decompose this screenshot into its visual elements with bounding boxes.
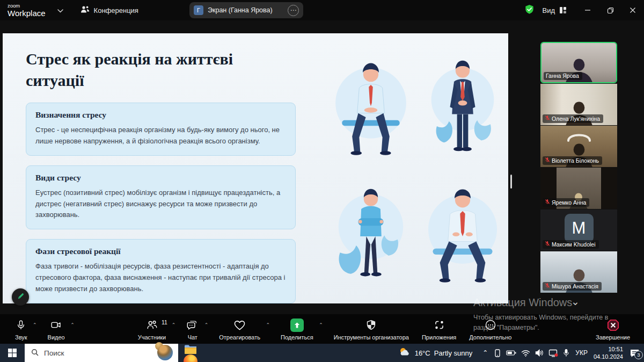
mic-icon <box>16 318 26 331</box>
participant-name-badge: Мішура Анастасія <box>543 282 602 291</box>
search-icon <box>31 349 39 358</box>
workspace-chevron-down-icon[interactable] <box>57 5 63 15</box>
weather-widget[interactable]: 16°C Partly sunny <box>398 346 473 359</box>
weather-icon <box>398 346 411 359</box>
illustration-man-arms-crossed <box>325 169 416 296</box>
participant-tile[interactable]: M Максим Khudolei <box>540 209 617 251</box>
illustration-man-standing-suit <box>416 42 508 169</box>
volume-icon[interactable] <box>535 349 544 357</box>
language-indicator[interactable]: УКР <box>574 349 589 357</box>
search-input[interactable]: Поиск <box>25 344 178 362</box>
participant-name: Мішура Анастасія <box>552 283 598 289</box>
battery-icon[interactable] <box>506 350 516 356</box>
tab-meeting[interactable]: Конференция <box>80 5 138 15</box>
tab-shared-screen[interactable]: Г Экран (Ганна Ярова) ⋯ <box>189 2 303 18</box>
slide-cards: Визначення стресу Стрес - це неспецифічн… <box>26 103 296 303</box>
screen-share-avatar: Г <box>194 5 203 15</box>
host-tools-button[interactable]: Инструменты организатора <box>327 317 415 341</box>
end-meeting-label: Завершение <box>596 334 630 341</box>
participant-tile[interactable]: Віолетта Білоконь <box>540 126 617 167</box>
react-options-chevron-icon[interactable]: ⌃ <box>266 322 270 328</box>
card-heading: Види стресу <box>35 173 286 183</box>
pencil-icon <box>17 292 25 302</box>
host-tools-label: Инструменты организатора <box>334 334 409 341</box>
video-options-chevron-icon[interactable]: ⌃ <box>70 322 75 328</box>
audio-label: Звук <box>15 334 27 341</box>
annotate-button[interactable] <box>12 288 29 306</box>
minimize-button[interactable] <box>576 0 599 20</box>
close-icon[interactable] <box>621 0 644 20</box>
participants-panel: Ганна Ярова Олена Лук'янихіна Віолетта Б… <box>540 42 617 293</box>
taskbar-apps: zm <box>178 344 203 362</box>
titlebar-right: Вид <box>524 0 644 20</box>
mic-muted-icon <box>545 115 550 122</box>
participant-tile[interactable]: Олена Лук'янихіна <box>540 84 617 125</box>
heart-icon <box>233 318 246 331</box>
slide-card-types: Види стресу Еустрес (позитивний стрес) м… <box>26 165 296 229</box>
security-shield-icon[interactable] <box>524 4 535 17</box>
participant-name: Максим Khudolei <box>552 241 596 248</box>
video-camera-icon <box>50 318 62 331</box>
slide-text-column: Стрес як реакція на життєві ситуації Виз… <box>26 48 303 303</box>
participant-name: Віолетта Білоконь <box>552 157 599 164</box>
react-button[interactable]: ⌃ Отреагировать <box>213 317 274 341</box>
slide-card-phases: Фази стресової реакції Фаза тривоги - мо… <box>26 239 296 303</box>
start-button[interactable] <box>0 344 25 362</box>
chat-options-chevron-icon[interactable]: ⌃ <box>204 322 209 328</box>
avatar: M <box>565 214 594 243</box>
tray-mic-icon[interactable] <box>563 349 569 357</box>
end-meeting-button[interactable]: Завершение <box>589 317 636 341</box>
share-screen-button[interactable]: ⌃ Поделиться <box>274 317 327 341</box>
card-body: Стрес - це неспецифічна реакція організм… <box>35 125 286 147</box>
participants-button[interactable]: 11 ⌃ Участники <box>131 317 180 341</box>
slide-illustrations <box>325 42 508 296</box>
mic-muted-icon <box>545 241 550 248</box>
brand-workplace: Workplace <box>8 9 46 17</box>
screen-share-indicator-icon[interactable] <box>548 349 558 357</box>
view-layout-icon[interactable] <box>559 6 567 14</box>
host-tools-shield-icon <box>365 318 377 331</box>
participants-label: Участники <box>138 334 166 341</box>
audio-options-chevron-icon[interactable]: ⌃ <box>33 322 37 328</box>
apps-label: Приложения <box>422 334 456 341</box>
tray-expand-chevron-icon[interactable]: ⌃ <box>481 349 489 357</box>
participant-name-badge: Віолетта Білоконь <box>543 156 602 165</box>
participants-collapse-chevron-icon[interactable]: ⌄ <box>571 295 580 308</box>
view-button[interactable]: Вид <box>542 6 555 15</box>
panel-resize-handle[interactable] <box>510 175 512 189</box>
participant-tile[interactable]: Яремко Анна <box>540 168 617 209</box>
more-button[interactable]: Дополнительно <box>463 317 518 341</box>
participant-tile[interactable]: Мішура Анастасія <box>540 251 617 293</box>
brand-zoom: zoom <box>8 3 46 9</box>
participant-name: Олена Лук'янихіна <box>552 115 600 122</box>
zoom-meeting-window: zoom Workplace Конференция Г Экран (Ганн… <box>0 0 644 362</box>
clock-date: 04.10.2024 <box>594 353 623 360</box>
participant-tile[interactable]: Ганна Ярова <box>540 42 617 83</box>
video-button[interactable]: ⌃ Видео <box>41 317 79 341</box>
participants-icon <box>146 318 158 331</box>
file-explorer-app[interactable] <box>178 344 203 354</box>
illustration-man-sitting-bench <box>325 42 416 169</box>
participant-name: Ганна Ярова <box>546 73 579 79</box>
react-label: Отреагировать <box>219 334 260 341</box>
windows-taskbar: Поиск zm 16°C Partly sunny <box>0 344 644 362</box>
share-options-chevron-icon[interactable]: ⌃ <box>319 322 323 328</box>
maximize-button[interactable] <box>599 0 621 20</box>
weather-temperature: 16°C <box>415 349 430 357</box>
clock-widget[interactable]: 10:51 04.10.2024 <box>594 345 623 361</box>
audio-button[interactable]: ⌃ Звук <box>9 317 41 341</box>
mic-muted-icon <box>545 157 550 164</box>
chat-button[interactable]: ⌃ Чат <box>180 317 213 341</box>
illustration-man-sitting-shirt <box>416 169 508 296</box>
screen-tab-more-icon[interactable]: ⋯ <box>288 5 299 16</box>
chat-icon <box>186 318 199 331</box>
clock-time: 10:51 <box>594 345 623 353</box>
phone-link-icon[interactable] <box>494 349 501 358</box>
participants-options-chevron-icon[interactable]: ⌃ <box>172 322 176 328</box>
notification-center-button[interactable]: 3 <box>630 349 640 358</box>
search-placeholder: Поиск <box>44 349 64 357</box>
apps-button[interactable]: Приложения <box>415 317 463 341</box>
card-heading: Визначення стресу <box>35 110 286 120</box>
wifi-icon[interactable] <box>521 350 530 357</box>
firefox-app[interactable] <box>178 354 203 362</box>
